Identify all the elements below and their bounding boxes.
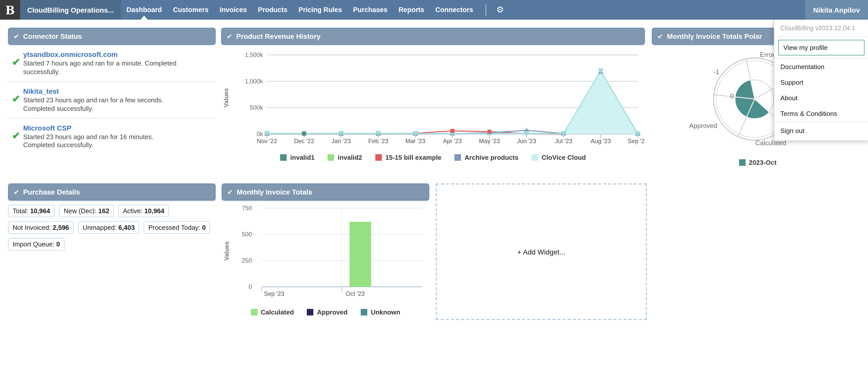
- product-revenue-chart: 0k500k1,000k1,500kValuesNov '22Dec '22Ja…: [221, 45, 645, 146]
- cloudbilling-logo-icon: B: [5, 3, 14, 17]
- badge-import-queue: Import Queue: 0: [8, 238, 64, 251]
- badge-total: Total: 10,964: [8, 205, 55, 217]
- monthly-invoice-totals-header[interactable]: ✔ Monthly Invoice Totals: [222, 183, 429, 201]
- widget-title: Product Revenue History: [236, 32, 321, 40]
- active-tab-indicator: [141, 16, 148, 20]
- connector-link[interactable]: ytsandbox.onmicrosoft.com: [23, 50, 118, 58]
- badge-row: Not Invoiced: 2,596 Unmapped: 6,403 Proc…: [8, 221, 216, 234]
- nav-item-pricing-rules[interactable]: Pricing Rules: [293, 0, 348, 20]
- menu-item-about[interactable]: About: [774, 90, 868, 106]
- check-icon: ✔: [227, 188, 233, 196]
- menu-item-terms[interactable]: Terms & Conditions: [774, 106, 868, 121]
- top-nav-bar: B CloudBilling Operations... Dashboard C…: [0, 0, 868, 20]
- dashboard-page: B CloudBilling Operations... Dashboard C…: [0, 0, 868, 383]
- legend-item-clovice-cloud[interactable]: CloVice Cloud: [531, 154, 586, 161]
- success-check-icon: ✔: [9, 130, 23, 140]
- nav-item-label: Products: [258, 6, 287, 13]
- check-icon: ✔: [227, 32, 232, 40]
- legend-item-calculated[interactable]: Calculated: [251, 308, 294, 316]
- svg-text:Sep '23: Sep '23: [628, 138, 645, 144]
- series-swatch: [251, 309, 257, 316]
- svg-text:Jun '23: Jun '23: [517, 138, 536, 144]
- nav-item-label: Pricing Rules: [299, 6, 342, 13]
- app-logo[interactable]: B: [0, 0, 20, 20]
- series-swatch: [328, 154, 334, 161]
- list-item: ✔ Nikita_test Started 23 hours ago and r…: [8, 82, 216, 118]
- svg-text:Approved: Approved: [689, 122, 717, 129]
- legend-label: Archive products: [464, 154, 518, 161]
- menu-item-sign-out[interactable]: Sign out: [774, 122, 868, 141]
- check-icon: ✔: [657, 32, 663, 40]
- legend-item-2023-oct[interactable]: 2023-Oct: [739, 159, 777, 166]
- success-check-icon: ✔: [9, 57, 23, 67]
- svg-text:1,000k: 1,000k: [245, 78, 263, 85]
- connector-status-text: Started 23 hours ago and ran for a few s…: [23, 96, 183, 113]
- invoice-totals-chart: 0250500750ValuesSep '23Oct '23: [222, 201, 429, 301]
- legend-item-15-15-bill-example[interactable]: 15-15 bill example: [375, 154, 441, 161]
- user-menu-button[interactable]: Nikita Anpilov: [805, 0, 868, 20]
- legend-label: 2023-Oct: [749, 159, 777, 166]
- legend-label: Unknown: [371, 308, 400, 316]
- menu-divider: [774, 36, 868, 37]
- nav-item-purchases[interactable]: Purchases: [348, 0, 393, 20]
- badge-active: Active: 10,964: [118, 205, 169, 217]
- add-widget-label: + Add Widget...: [517, 248, 565, 256]
- series-swatch: [739, 159, 745, 166]
- connector-link[interactable]: Nikita_test: [23, 87, 59, 95]
- legend-item-unknown[interactable]: Unknown: [361, 308, 400, 316]
- series-swatch: [375, 154, 382, 161]
- widget-title: Monthly Invoice Totals: [237, 188, 312, 196]
- add-widget-button[interactable]: + Add Widget...: [436, 183, 647, 320]
- invoice-totals-legend: Calculated Approved Unknown: [222, 308, 429, 316]
- svg-text:Sep '23: Sep '23: [264, 290, 284, 297]
- menu-item-view-profile[interactable]: View my profile: [778, 40, 865, 55]
- svg-text:250: 250: [242, 257, 252, 264]
- purchase-details-header[interactable]: ✔ Purchase Details: [8, 183, 216, 201]
- legend-label: 15-15 bill example: [385, 154, 441, 161]
- nav-item-customers[interactable]: Customers: [167, 0, 214, 20]
- badge-not-invoiced: Not Invoiced: 2,596: [8, 221, 73, 234]
- menu-item-documentation[interactable]: Documentation: [774, 59, 868, 75]
- product-revenue-legend: invalid1 invalid2 15-15 bill example Arc…: [221, 154, 645, 161]
- svg-text:Mar '23: Mar '23: [405, 138, 425, 144]
- svg-text:0: 0: [730, 92, 734, 100]
- product-revenue-history-header[interactable]: ✔ Product Revenue History: [221, 28, 645, 45]
- badge-new-dec: New (Dec): 162: [59, 205, 114, 217]
- list-item: ✔ ytsandbox.onmicrosoft.com Started 7 ho…: [8, 45, 216, 82]
- legend-item-invalid1[interactable]: invalid1: [280, 154, 315, 161]
- app-version: CloudBilling v2023.12.04.1: [774, 20, 868, 36]
- nav-item-label: Reports: [399, 6, 424, 13]
- connector-status-list: ✔ ytsandbox.onmicrosoft.com Started 7 ho…: [8, 45, 216, 154]
- badge-unmapped: Unmapped: 6,403: [78, 221, 139, 234]
- connector-status-header[interactable]: ✔ Connector Status: [8, 28, 216, 45]
- menu-item-support[interactable]: Support: [774, 75, 868, 90]
- legend-item-approved[interactable]: Approved: [307, 308, 348, 316]
- svg-text:Jan '23: Jan '23: [332, 138, 351, 144]
- nav-item-products[interactable]: Products: [252, 0, 293, 20]
- widget-product-revenue-history: ✔ Product Revenue History 0k500k1,000k1,…: [221, 28, 645, 161]
- svg-text:500k: 500k: [250, 104, 263, 111]
- legend-label: CloVice Cloud: [541, 154, 586, 161]
- nav-item-invoices[interactable]: Invoices: [214, 0, 252, 20]
- nav-item-label: Dashboard: [126, 6, 162, 13]
- nav-item-label: Invoices: [220, 6, 247, 13]
- nav-item-reports[interactable]: Reports: [393, 0, 430, 20]
- widget-connector-status: ✔ Connector Status ✔ ytsandbox.onmicroso…: [8, 28, 216, 154]
- widget-title: Connector Status: [23, 32, 82, 40]
- svg-text:500: 500: [242, 231, 252, 238]
- gear-icon[interactable]: ⚙: [491, 0, 509, 20]
- connector-link[interactable]: Microsoft CSP: [23, 124, 71, 132]
- legend-item-invalid2[interactable]: invalid2: [328, 154, 362, 161]
- list-item: ✔ Microsoft CSP Started 23 hours ago and…: [8, 118, 216, 154]
- legend-item-archive-products[interactable]: Archive products: [455, 154, 518, 161]
- nav-divider: [486, 4, 486, 16]
- app-title: CloudBilling Operations...: [20, 0, 121, 20]
- svg-text:Values: Values: [223, 241, 230, 261]
- svg-text:Values: Values: [223, 88, 229, 107]
- nav-item-dashboard[interactable]: Dashboard: [121, 0, 167, 20]
- badge-processed-today: Processed Today: 0: [144, 221, 210, 234]
- legend-label: Calculated: [261, 308, 294, 316]
- svg-text:Apr '23: Apr '23: [443, 138, 462, 144]
- legend-label: Approved: [317, 308, 348, 316]
- nav-item-connectors[interactable]: Connectors: [430, 0, 478, 20]
